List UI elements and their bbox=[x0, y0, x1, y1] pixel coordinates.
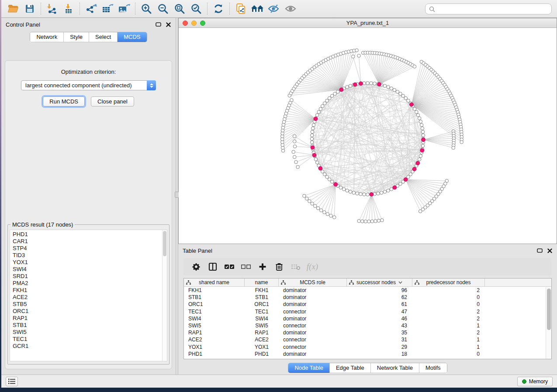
function-builder-button[interactable]: f(x) bbox=[304, 260, 321, 274]
table-tab-network-table[interactable]: Network Table bbox=[371, 363, 419, 373]
show-all-button[interactable] bbox=[282, 1, 299, 16]
toolbar-separator bbox=[135, 3, 135, 15]
cell-name: SWI5 bbox=[245, 323, 279, 329]
close-table-panel-icon[interactable] bbox=[547, 248, 553, 253]
export-image-button[interactable] bbox=[116, 1, 132, 16]
cell-shared-name: PHD1 bbox=[184, 351, 245, 357]
hide-selected-button[interactable] bbox=[266, 1, 282, 16]
cell-name: FKH1 bbox=[245, 287, 279, 293]
cell-shared-name: YOX1 bbox=[184, 344, 245, 350]
show-hide-columns-button[interactable] bbox=[204, 260, 221, 274]
cell-MCDS-role: connector bbox=[279, 344, 347, 350]
task-history-button[interactable] bbox=[6, 377, 18, 386]
column-header-successor-nodes[interactable]: successor nodes bbox=[347, 279, 412, 286]
import-table-button[interactable] bbox=[60, 1, 77, 16]
new-network-from-selection-button[interactable] bbox=[232, 1, 249, 16]
first-neighbors-button[interactable] bbox=[249, 1, 266, 16]
cell-successor-nodes: 62 bbox=[347, 294, 412, 300]
delete-table-button[interactable] bbox=[287, 260, 304, 274]
mcds-result-node[interactable]: ORC1 bbox=[13, 308, 162, 315]
run-mcds-button[interactable]: Run MCDS bbox=[43, 96, 85, 107]
mcds-result-node[interactable]: SWI4 bbox=[13, 266, 162, 273]
mcds-result-node[interactable]: GCR1 bbox=[13, 343, 162, 350]
mcds-result-node[interactable]: ACE2 bbox=[13, 294, 162, 301]
tab-mcds[interactable]: MCDS bbox=[118, 32, 146, 42]
float-table-panel-icon[interactable] bbox=[537, 248, 543, 253]
cell-name: ACE2 bbox=[245, 337, 279, 343]
network-canvas[interactable] bbox=[179, 28, 557, 244]
table-row-ORC1[interactable]: ORC1ORC1dominator610 bbox=[184, 301, 551, 308]
memory-button[interactable]: Memory bbox=[517, 377, 553, 386]
table-row-ACE2[interactable]: ACE2ACE2connector311 bbox=[184, 336, 551, 343]
search-field[interactable] bbox=[425, 3, 552, 14]
close-panel-button[interactable]: Close panel bbox=[91, 96, 134, 107]
column-header-predecessor-nodes[interactable]: predecessor nodes bbox=[412, 279, 485, 286]
cell-MCDS-role: dominator bbox=[279, 330, 347, 336]
zoom-in-button[interactable] bbox=[138, 1, 155, 16]
mcds-result-node[interactable]: PMA2 bbox=[13, 280, 162, 287]
mcds-result-node[interactable]: PHD1 bbox=[13, 231, 162, 238]
zoom-fit-button[interactable] bbox=[171, 1, 188, 16]
cell-successor-nodes: 46 bbox=[347, 316, 412, 322]
export-network-button[interactable] bbox=[83, 1, 99, 16]
show-all-eye-icon bbox=[284, 4, 297, 14]
new-column-button[interactable] bbox=[254, 260, 271, 274]
tab-network[interactable]: Network bbox=[30, 32, 64, 42]
zoom-out-button[interactable] bbox=[155, 1, 171, 16]
mcds-list-scrollbar[interactable] bbox=[162, 230, 167, 361]
table-row-SWI4[interactable]: SWI4SWI4dominator462 bbox=[184, 315, 551, 322]
open-file-button[interactable] bbox=[5, 1, 21, 16]
optimization-criterion-select[interactable]: largest connected component (undirected) bbox=[21, 80, 156, 90]
cell-successor-nodes: 47 bbox=[347, 309, 412, 315]
deselect-all-button[interactable] bbox=[238, 260, 254, 274]
zoom-selected-button[interactable] bbox=[188, 1, 204, 16]
table-mode-button[interactable] bbox=[188, 260, 204, 274]
cell-shared-name: ACE2 bbox=[184, 337, 245, 343]
select-all-button[interactable] bbox=[221, 260, 238, 274]
search-input[interactable] bbox=[438, 6, 548, 12]
mcds-result-node[interactable]: CAR1 bbox=[13, 238, 162, 245]
tab-select[interactable]: Select bbox=[89, 32, 118, 42]
mcds-result-node[interactable]: STB1 bbox=[13, 322, 162, 329]
cell-predecessor-nodes: 2 bbox=[412, 287, 485, 293]
mcds-result-node[interactable]: SWI5 bbox=[13, 329, 162, 336]
table-row-PHD1[interactable]: PHD1PHD1dominator180 bbox=[184, 351, 551, 358]
mcds-result-node[interactable]: FKH1 bbox=[13, 287, 162, 294]
cell-shared-name: FKH1 bbox=[184, 287, 245, 293]
cell-name: STB1 bbox=[245, 294, 279, 300]
table-scrollbar[interactable] bbox=[546, 287, 551, 359]
save-session-button[interactable] bbox=[21, 1, 38, 16]
tab-style[interactable]: Style bbox=[64, 32, 89, 42]
table-row-STB1[interactable]: STB1STB1dominator620 bbox=[184, 294, 551, 301]
column-header-shared-name[interactable]: shared name bbox=[184, 279, 245, 286]
mcds-result-node[interactable]: STP4 bbox=[13, 245, 162, 252]
table-row-YOX1[interactable]: YOX1YOX1connector291 bbox=[184, 344, 551, 351]
table-row-FKH1[interactable]: FKH1FKH1dominator962 bbox=[184, 287, 551, 294]
mcds-result-node[interactable]: STB5 bbox=[13, 301, 162, 308]
column-header-MCDS-role[interactable]: MCDS role bbox=[279, 279, 347, 286]
refresh-view-button[interactable] bbox=[210, 1, 227, 16]
control-panel-title: Control Panel bbox=[6, 21, 40, 28]
mcds-result-node[interactable]: YOX1 bbox=[13, 259, 162, 266]
mcds-result-node[interactable]: TID3 bbox=[13, 252, 162, 259]
cell-MCDS-role: dominator bbox=[279, 351, 347, 357]
table-row-TEC1[interactable]: TEC1TEC1connector472 bbox=[184, 308, 551, 315]
table-row-SWI5[interactable]: SWI5SWI5connector431 bbox=[184, 322, 551, 329]
cell-name: TEC1 bbox=[245, 309, 279, 315]
float-panel-icon[interactable] bbox=[156, 22, 161, 27]
export-table-button[interactable] bbox=[99, 1, 116, 16]
table-row-RAP1[interactable]: RAP1RAP1dominator352 bbox=[184, 329, 551, 336]
mcds-result-node[interactable]: RAP1 bbox=[13, 315, 162, 322]
mcds-result-node[interactable]: TEC1 bbox=[13, 336, 162, 343]
import-network-button[interactable] bbox=[44, 1, 60, 16]
delete-columns-button[interactable] bbox=[271, 260, 287, 274]
column-header-name[interactable]: name bbox=[245, 279, 279, 286]
table-tab-motifs[interactable]: Motifs bbox=[419, 363, 447, 373]
table-tab-edge-table[interactable]: Edge Table bbox=[330, 363, 371, 373]
table-tab-node-table[interactable]: Node Table bbox=[288, 363, 330, 373]
cell-name: RAP1 bbox=[245, 330, 279, 336]
mcds-result-list: PHD1CAR1STP4TID3YOX1SWI4SRD1PMA2FKH1ACE2… bbox=[10, 230, 162, 361]
toolbar-separator bbox=[207, 3, 208, 15]
close-panel-icon[interactable] bbox=[166, 22, 171, 27]
mcds-result-node[interactable]: SRD1 bbox=[13, 273, 162, 280]
